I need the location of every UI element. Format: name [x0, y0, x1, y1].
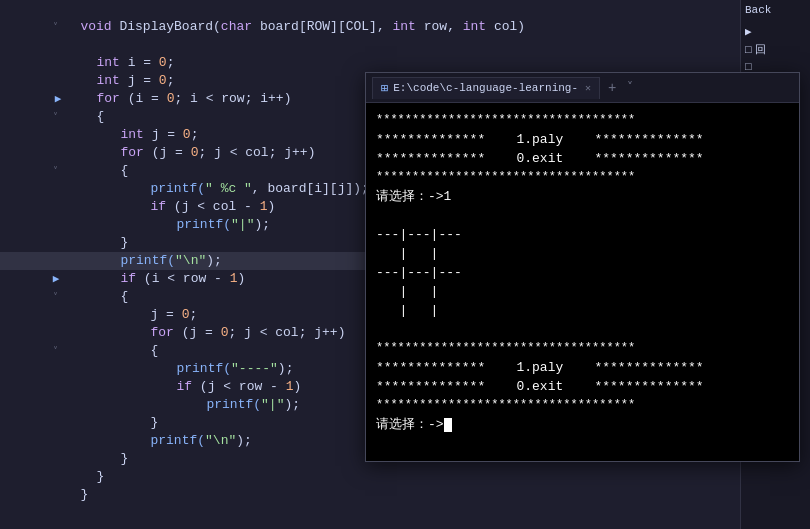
- term-line-stars-2: ************************************: [376, 168, 789, 187]
- line-gutter-6: ˅: [0, 90, 14, 145]
- term-line-stars-3: ************************************: [376, 339, 789, 358]
- right-icon-back[interactable]: □ 回: [745, 41, 806, 58]
- term-board-4: | |: [376, 282, 789, 301]
- term-prompt-2: 请选择：->: [376, 415, 789, 434]
- term-line-menu-3: ************** 1.paly **************: [376, 358, 789, 377]
- right-icon-play[interactable]: ▶: [745, 24, 806, 39]
- terminal-window: ⊞ E:\code\c-language-learning- ✕ + ˅ ***…: [365, 72, 800, 462]
- term-line-stars-1: ************************************: [376, 111, 789, 130]
- term-prompt-1: 请选择：->1: [376, 187, 789, 206]
- terminal-tab[interactable]: ⊞ E:\code\c-language-learning- ✕: [372, 77, 600, 99]
- arrow-15: ▶: [53, 273, 60, 285]
- code-line-2: [0, 18, 740, 36]
- term-board-1: ---|---|---: [376, 225, 789, 244]
- right-panel-title: Back: [741, 0, 810, 20]
- term-line-menu-1: ************** 1.paly **************: [376, 130, 789, 149]
- terminal-tab-plus[interactable]: +: [604, 80, 620, 96]
- terminal-tab-icon: ⊞: [381, 81, 388, 96]
- code-line-4: int j = 0;: [0, 54, 740, 72]
- term-blank-2: [376, 320, 789, 339]
- back-icon: □: [745, 44, 752, 56]
- term-line-menu-4: ************** 0.exit **************: [376, 377, 789, 396]
- code-line-3: int i = 0;: [0, 36, 740, 54]
- terminal-tab-chevron[interactable]: ˅: [625, 80, 635, 95]
- terminal-tab-bar: ⊞ E:\code\c-language-learning- ✕ + ˅: [366, 73, 799, 103]
- term-board-5: | |: [376, 301, 789, 320]
- term-blank-1: [376, 206, 789, 225]
- collapse-indicator-1[interactable]: ˅: [53, 22, 58, 33]
- line-gutter-9: ˅: [0, 144, 14, 199]
- terminal-body[interactable]: ************************************ ***…: [366, 103, 799, 461]
- terminal-tab-label: E:\code\c-language-learning-: [393, 82, 578, 94]
- right-panel-icons: ▶ □ 回 □: [741, 20, 810, 78]
- line-code-27: }: [14, 468, 740, 522]
- terminal-tab-close[interactable]: ✕: [585, 82, 591, 94]
- term-board-2: | |: [376, 244, 789, 263]
- term-board-3: ---|---|---: [376, 263, 789, 282]
- arrow-5: ▶: [55, 93, 62, 105]
- line-gutter-16: ˅: [0, 270, 14, 325]
- code-line-27: }: [0, 468, 740, 486]
- line-gutter-19: ˅: [0, 324, 14, 379]
- line-gutter-1: ˅: [0, 0, 14, 55]
- code-line-1: ˅ void DisplayBoard(char board[ROW][COL]…: [0, 0, 740, 18]
- back-label: 回: [755, 42, 766, 57]
- line-code-2: [14, 18, 740, 36]
- term-cursor: [444, 418, 452, 432]
- term-line-stars-4: ************************************: [376, 396, 789, 415]
- term-line-menu-2: ************** 0.exit **************: [376, 149, 789, 168]
- play-icon: ▶: [745, 25, 752, 38]
